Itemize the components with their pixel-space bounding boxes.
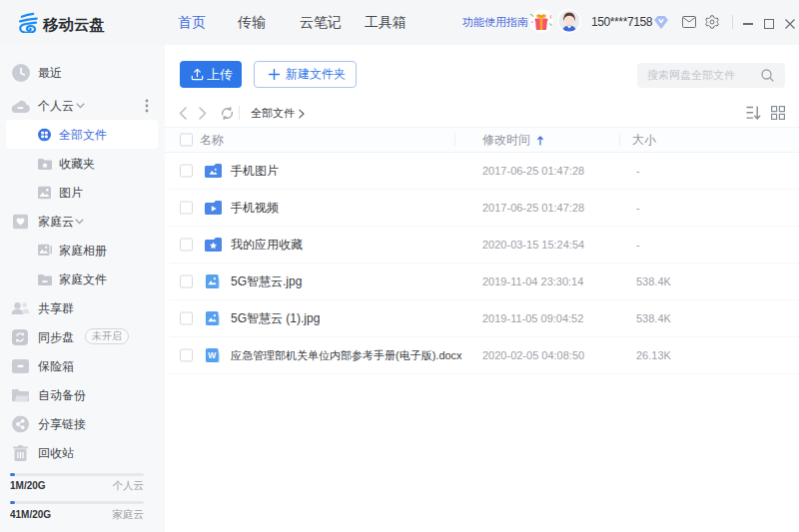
svg-text:W: W	[208, 350, 216, 360]
